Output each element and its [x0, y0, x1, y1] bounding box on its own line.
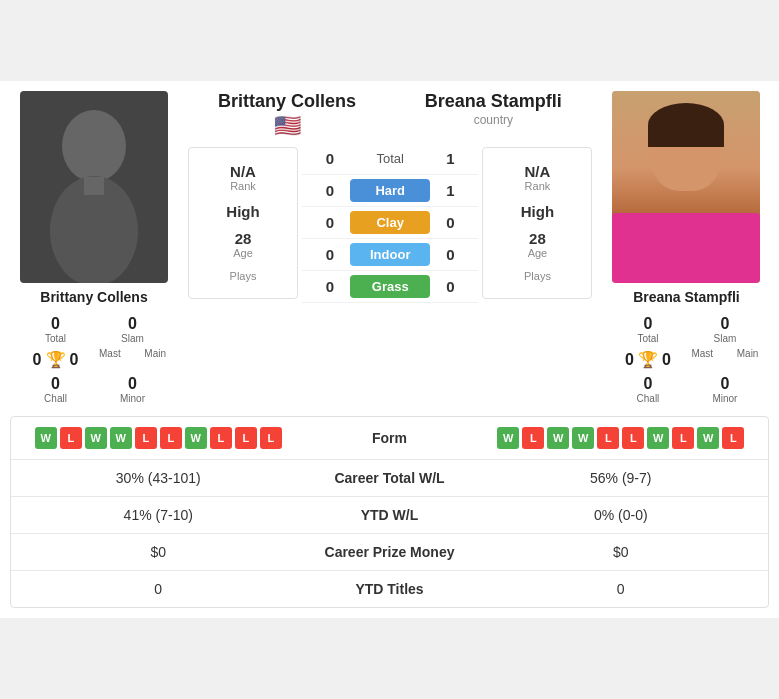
scores-center: 0 Total 1 0 Hard 1: [302, 143, 478, 303]
svg-point-0: [62, 110, 126, 182]
left-stat-slam: 0 Slam: [95, 313, 170, 346]
form-badge-l: L: [722, 427, 744, 449]
left-player-panel: Brittany Collens 0 Total 0 Slam 0 🏆 0 Ma…: [10, 91, 178, 406]
right-stat-minor: 0 Minor: [687, 373, 762, 406]
left-player-name-top: Brittany Collens 🇺🇸: [184, 91, 390, 139]
form-badge-l: L: [235, 427, 257, 449]
row-label: Career Prize Money: [290, 544, 490, 560]
indoor-badge: Indoor: [350, 243, 430, 266]
left-stat-labels: Mast Main: [95, 348, 170, 371]
row-label: YTD Titles: [290, 581, 490, 597]
total-badge: Total: [350, 147, 430, 170]
left-trophy-icon: 🏆: [46, 350, 66, 369]
bottom-rows: 30% (43-101) Career Total W/L 56% (9-7) …: [11, 460, 768, 607]
right-stat-mast: 0 🏆 0: [610, 348, 685, 371]
right-stat-slam: 0 Slam: [687, 313, 762, 346]
left-stat-total: 0 Total: [18, 313, 93, 346]
form-left: WLWWLLWLLL: [27, 427, 290, 449]
form-badge-l: L: [260, 427, 282, 449]
right-flag-placeholder: country: [390, 113, 596, 127]
form-badge-l: L: [522, 427, 544, 449]
form-badge-l: L: [622, 427, 644, 449]
table-row: 41% (7-10) YTD W/L 0% (0-0): [11, 497, 768, 534]
form-badge-w: W: [547, 427, 569, 449]
form-badges-left: WLWWLLWLLL: [27, 427, 290, 449]
form-badge-w: W: [110, 427, 132, 449]
form-badge-l: L: [160, 427, 182, 449]
row-left-value: 30% (43-101): [27, 470, 290, 486]
right-detail-panel: N/A Rank High 28 Age Plays: [482, 147, 592, 299]
form-badge-l: L: [597, 427, 619, 449]
main-container: Brittany Collens 0 Total 0 Slam 0 🏆 0 Ma…: [0, 81, 779, 618]
form-badge-w: W: [185, 427, 207, 449]
right-age: 28 Age: [487, 230, 587, 259]
right-player-name-top: Breana Stampfli country: [390, 91, 596, 139]
row-right-value: 56% (9-7): [490, 470, 753, 486]
scores-and-details: N/A Rank High 28 Age Plays: [184, 143, 596, 303]
grass-badge: Grass: [350, 275, 430, 298]
form-badge-w: W: [497, 427, 519, 449]
score-row-total: 0 Total 1: [302, 143, 478, 175]
form-row: WLWWLLWLLL Form WLWWLLWLWL: [11, 417, 768, 460]
left-stat-minor: 0 Minor: [95, 373, 170, 406]
form-badge-l: L: [135, 427, 157, 449]
right-rank: N/A Rank: [487, 163, 587, 192]
score-row-grass: 0 Grass 0: [302, 271, 478, 303]
score-row-indoor: 0 Indoor 0: [302, 239, 478, 271]
svg-rect-2: [84, 177, 104, 195]
left-rank: N/A Rank: [193, 163, 293, 192]
score-row-hard: 0 Hard 1: [302, 175, 478, 207]
comparison-section: Brittany Collens 0 Total 0 Slam 0 🏆 0 Ma…: [10, 91, 769, 406]
right-trophy-icon: 🏆: [638, 350, 658, 369]
left-stat-chall: 0 Chall: [18, 373, 93, 406]
left-player-name: Brittany Collens: [40, 289, 147, 305]
left-high: High: [193, 203, 293, 220]
row-left-value: 0: [27, 581, 290, 597]
form-right: WLWWLLWLWL: [490, 427, 753, 449]
form-badge-w: W: [572, 427, 594, 449]
right-stat-chall: 0 Chall: [610, 373, 685, 406]
score-row-clay: 0 Clay 0: [302, 207, 478, 239]
left-detail-panel: N/A Rank High 28 Age Plays: [188, 147, 298, 299]
bottom-stats-table: WLWWLLWLLL Form WLWWLLWLWL 30% (43-101) …: [10, 416, 769, 608]
left-stat-mast: 0 🏆 0: [18, 348, 93, 371]
right-plays: Plays: [487, 270, 587, 282]
table-row: 0 YTD Titles 0: [11, 571, 768, 607]
left-flag: 🇺🇸: [184, 113, 390, 139]
row-left-value: 41% (7-10): [27, 507, 290, 523]
clay-badge: Clay: [350, 211, 430, 234]
table-row: $0 Career Prize Money $0: [11, 534, 768, 571]
left-player-stats: 0 Total 0 Slam 0 🏆 0 Mast Main 0: [10, 313, 178, 406]
right-stat-labels: Mast Main: [687, 348, 762, 371]
table-row: 30% (43-101) Career Total W/L 56% (9-7): [11, 460, 768, 497]
row-right-value: 0% (0-0): [490, 507, 753, 523]
form-badges-right: WLWWLLWLWL: [490, 427, 753, 449]
hard-badge: Hard: [350, 179, 430, 202]
row-left-value: $0: [27, 544, 290, 560]
left-age: 28 Age: [193, 230, 293, 259]
left-player-photo: [20, 91, 168, 283]
right-high: High: [487, 203, 587, 220]
form-label: Form: [290, 430, 490, 446]
right-player-photo: [612, 91, 760, 283]
row-right-value: 0: [490, 581, 753, 597]
middle-section: Brittany Collens 🇺🇸 Breana Stampfli coun…: [184, 91, 596, 406]
right-stat-total: 0 Total: [610, 313, 685, 346]
right-player-name: Breana Stampfli: [633, 289, 740, 305]
row-right-value: $0: [490, 544, 753, 560]
form-badge-w: W: [697, 427, 719, 449]
form-badge-w: W: [647, 427, 669, 449]
row-label: YTD W/L: [290, 507, 490, 523]
form-badge-l: L: [210, 427, 232, 449]
left-plays: Plays: [193, 270, 293, 282]
right-player-stats: 0 Total 0 Slam 0 🏆 0 Mast Main 0: [602, 313, 770, 406]
row-label: Career Total W/L: [290, 470, 490, 486]
right-player-panel: Breana Stampfli 0 Total 0 Slam 0 🏆 0 Mas…: [602, 91, 770, 406]
form-badge-w: W: [35, 427, 57, 449]
form-badge-l: L: [60, 427, 82, 449]
form-badge-w: W: [85, 427, 107, 449]
form-badge-l: L: [672, 427, 694, 449]
